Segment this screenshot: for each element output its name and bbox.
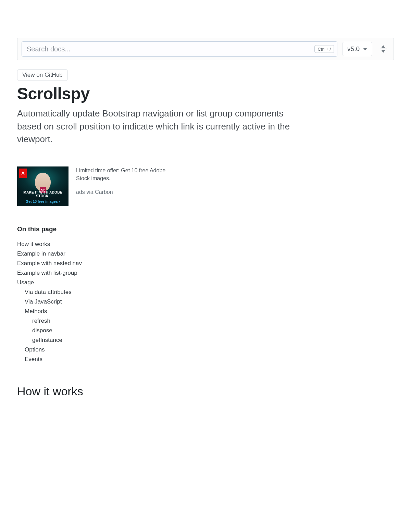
toc-item: Via JavaScript <box>17 297 394 307</box>
toc-link[interactable]: Via JavaScript <box>25 298 62 305</box>
carbon-ad[interactable]: St MAKE IT WITH ADOBE STOCK. Get 10 free… <box>17 166 175 206</box>
section-how-it-works-heading: How it works <box>17 385 394 398</box>
toc-item: Options <box>17 345 394 355</box>
divider-icon <box>380 49 387 49</box>
version-label: v5.0 <box>347 45 360 53</box>
toc-item: Events <box>17 355 394 364</box>
toc-item: Via data attributes <box>17 287 394 297</box>
toc-item: Example with nested nav <box>17 259 394 268</box>
ad-image: St MAKE IT WITH ADOBE STOCK. Get 10 free… <box>17 166 68 206</box>
ad-text: Limited time offer: Get 10 free Adobe St… <box>76 166 175 195</box>
chevron-down-icon <box>363 48 367 50</box>
toc-link[interactable]: Example in navbar <box>17 250 65 257</box>
toc-item: Example with list-group <box>17 268 394 278</box>
search-wrapper: Ctrl + / <box>22 41 337 57</box>
toc-link[interactable]: getInstance <box>32 337 62 343</box>
toc-link[interactable]: How it works <box>17 241 50 247</box>
adobe-logo-icon <box>19 169 27 178</box>
toc-link[interactable]: Example with list-group <box>17 270 77 276</box>
toc-item: Usage <box>17 278 394 287</box>
search-input[interactable] <box>22 41 337 57</box>
ad-image-line1: MAKE IT WITH ADOBE STOCK. <box>17 190 68 198</box>
arrow-up-icon <box>382 45 385 48</box>
toc-link[interactable]: Events <box>25 356 42 362</box>
toc-item: refresh <box>17 316 394 326</box>
toc-item: dispose <box>17 326 394 335</box>
page-title: Scrollspy <box>17 84 394 103</box>
on-this-page-nav: On this page How it worksExample in navb… <box>17 225 394 364</box>
toc-link[interactable]: dispose <box>32 327 52 334</box>
toc-item: getInstance <box>17 335 394 345</box>
toc-link[interactable]: refresh <box>32 318 50 324</box>
expand-collapse-icon[interactable] <box>377 43 389 55</box>
arrow-down-icon <box>382 50 385 53</box>
toc-item: How it works <box>17 239 394 249</box>
toc-link[interactable]: Example with nested nav <box>17 260 82 267</box>
view-on-github-button[interactable]: View on GitHub <box>17 69 68 81</box>
toc-item: Example in navbar <box>17 249 394 259</box>
on-this-page-list: How it worksExample in navbarExample wit… <box>17 239 394 364</box>
docs-toolbar: Ctrl + / v5.0 <box>17 38 394 60</box>
page-lead: Automatically update Bootstrap navigatio… <box>17 107 301 146</box>
toc-link[interactable]: Methods <box>25 308 47 314</box>
ad-headline: Limited time offer: Get 10 free Adobe St… <box>76 166 175 182</box>
ad-attribution: ads via Carbon <box>76 189 175 195</box>
ad-image-line2: Get 10 free images › <box>17 199 68 203</box>
toc-link[interactable]: Via data attributes <box>25 289 72 295</box>
toc-item: Methods <box>17 307 394 316</box>
search-shortcut-hint: Ctrl + / <box>314 45 334 53</box>
toc-link[interactable]: Usage <box>17 279 34 286</box>
on-this-page-heading: On this page <box>17 225 394 236</box>
version-dropdown[interactable]: v5.0 <box>342 42 372 56</box>
toc-link[interactable]: Options <box>25 346 45 353</box>
